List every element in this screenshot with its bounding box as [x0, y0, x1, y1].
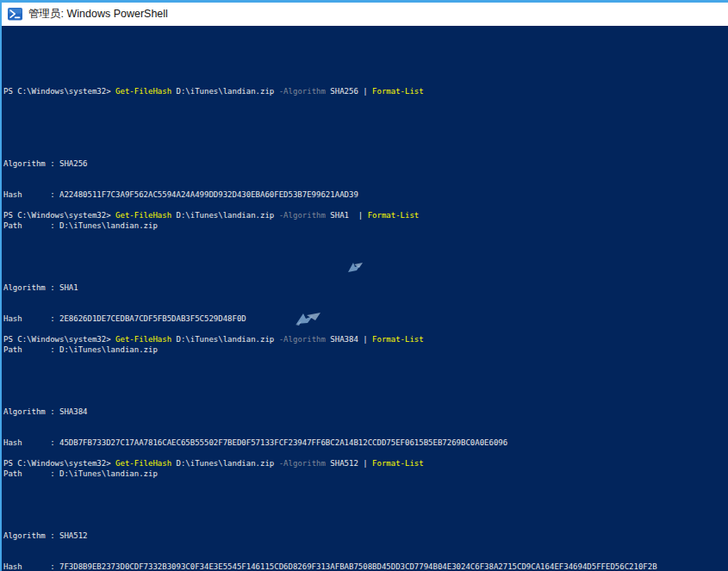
file-argument: D:\iTunes\landian.zip [171, 87, 279, 96]
algorithm-argument: SHA256 [326, 87, 363, 96]
powershell-icon[interactable] [8, 8, 22, 21]
output-algorithm-line: Algorithm : SHA256 [3, 158, 728, 169]
command-line: PS C:\Windows\system32> Get-FileHash D:\… [3, 334, 728, 344]
output-algorithm-line: Algorithm : SHA1 [3, 282, 728, 293]
output-hash-line: Hash : 7F3D8B9EB2373D0CDF7332B3093C0F34E… [3, 562, 728, 571]
prompt: PS C:\Windows\system32> [3, 87, 115, 96]
window-resize-border-left[interactable] [0, 0, 2, 571]
formatter-cmdlet: Format-List [372, 87, 424, 96]
parameter-name: -Algorithm [279, 87, 326, 96]
output-algorithm-line: Algorithm : SHA512 [3, 531, 728, 541]
file-argument: D:\iTunes\landian.zip [171, 335, 279, 344]
command-block-sha384: PS C:\Windows\system32> Get-FileHash D:\… [3, 313, 728, 407]
pipe-operator: | [363, 87, 372, 96]
parameter-name: -Algorithm [279, 211, 326, 220]
formatter-cmdlet: Format-List [368, 211, 420, 220]
parameter-name: -Algorithm [279, 459, 326, 468]
formatter-cmdlet: Format-List [372, 459, 424, 468]
formatter-cmdlet: Format-List [372, 335, 424, 344]
powershell-console[interactable]: PS C:\Windows\system32> Get-FileHash D:\… [0, 26, 728, 571]
blank-line [3, 489, 728, 510]
pipe-operator: | [363, 335, 372, 344]
output-algorithm-line: Algorithm : SHA384 [3, 407, 728, 417]
blank-line [3, 241, 728, 262]
parameter-name: -Algorithm [279, 335, 326, 344]
command-line: PS C:\Windows\system32> Get-FileHash D:\… [3, 210, 728, 220]
command-block-sha1: PS C:\Windows\system32> Get-FileHash D:\… [3, 189, 728, 282]
pipe-operator: | [363, 459, 372, 468]
window-resize-border-top[interactable] [0, 0, 728, 3]
prompt: PS C:\Windows\system32> [3, 211, 115, 220]
file-argument: D:\iTunes\landian.zip [171, 459, 279, 468]
pipe-operator: | [358, 211, 368, 220]
command-block-sha256: PS C:\Windows\system32> Get-FileHash D:\… [3, 65, 728, 158]
cmdlet-name: Get-FileHash [115, 87, 171, 96]
algorithm-argument: SHA512 [326, 459, 363, 468]
command-block-sha512: PS C:\Windows\system32> Get-FileHash D:\… [3, 438, 728, 531]
algorithm-argument: SHA384 [326, 335, 363, 344]
blank-line [3, 117, 728, 138]
command-line: PS C:\Windows\system32> Get-FileHash D:\… [3, 458, 728, 469]
file-argument: D:\iTunes\landian.zip [171, 211, 279, 220]
command-line: PS C:\Windows\system32> Get-FileHash D:\… [3, 86, 728, 96]
window-title: 管理员: Windows PowerShell [28, 7, 168, 22]
prompt: PS C:\Windows\system32> [3, 335, 115, 344]
title-bar[interactable]: 管理员: Windows PowerShell [0, 3, 728, 26]
prompt: PS C:\Windows\system32> [3, 459, 115, 468]
cmdlet-name: Get-FileHash [115, 335, 171, 344]
cmdlet-name: Get-FileHash [115, 459, 171, 468]
cmdlet-name: Get-FileHash [115, 211, 171, 220]
blank-line [3, 365, 728, 386]
algorithm-argument: SHA1 [326, 211, 358, 220]
